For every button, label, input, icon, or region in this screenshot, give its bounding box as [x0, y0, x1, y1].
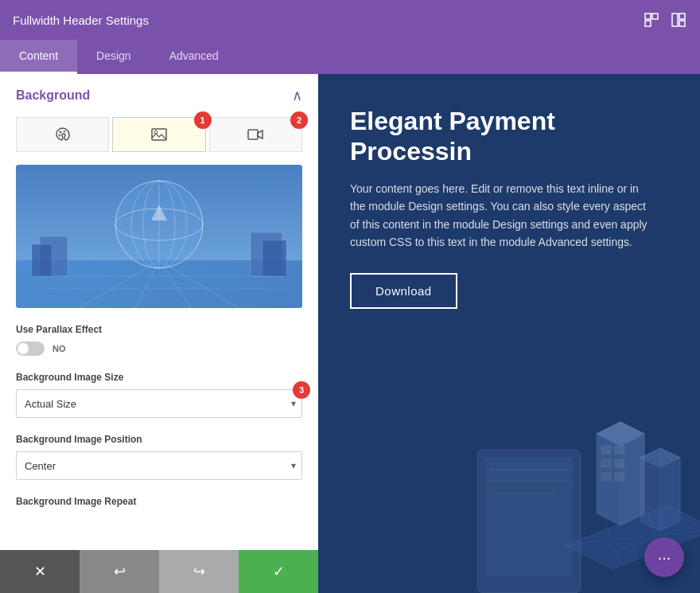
- fab-button[interactable]: ···: [644, 537, 684, 577]
- svg-rect-28: [262, 240, 286, 276]
- image-preview: [16, 165, 302, 308]
- bg-position-field: Background Image Position Center Top Lef…: [16, 434, 302, 480]
- svg-rect-9: [152, 129, 166, 140]
- svg-rect-2: [645, 21, 651, 26]
- svg-point-6: [59, 131, 61, 134]
- tab-content[interactable]: Content: [0, 40, 77, 74]
- bg-type-image-btn[interactable]: 1: [112, 117, 205, 152]
- right-panel: Elegant Payment Processin Your content g…: [318, 74, 700, 593]
- bg-size-select-wrapper: 3 Actual Size Cover Contain ▾: [16, 389, 302, 418]
- svg-rect-3: [672, 14, 678, 26]
- download-button[interactable]: Download: [350, 273, 457, 309]
- svg-rect-5: [679, 21, 685, 26]
- svg-rect-43: [615, 473, 624, 481]
- header-icons: [643, 11, 687, 29]
- bg-position-select-wrapper: Center Top Left Top Center Top Right Bot…: [16, 451, 302, 480]
- svg-rect-1: [652, 14, 658, 19]
- svg-rect-4: [679, 14, 685, 19]
- badge-2: 2: [290, 111, 308, 129]
- svg-point-8: [58, 135, 60, 137]
- svg-point-7: [63, 131, 65, 133]
- svg-rect-40: [601, 459, 611, 467]
- svg-rect-41: [615, 459, 624, 467]
- bg-position-select[interactable]: Center Top Left Top Center Top Right Bot…: [16, 451, 302, 480]
- right-content: Elegant Payment Processin Your content g…: [318, 74, 700, 333]
- background-section: Background ∧ 1: [0, 74, 318, 536]
- svg-rect-26: [32, 244, 52, 276]
- bg-repeat-field: Background Image Repeat: [16, 496, 302, 507]
- parallax-toggle[interactable]: [16, 341, 45, 356]
- svg-rect-39: [615, 446, 624, 454]
- parallax-label: Use Parallax Effect: [16, 324, 302, 335]
- main-area: Background ∧ 1: [0, 74, 700, 593]
- bg-repeat-label: Background Image Repeat: [16, 496, 302, 507]
- svg-rect-11: [248, 130, 258, 139]
- tabs: Content Design Advanced: [0, 40, 700, 74]
- bg-type-color-btn[interactable]: [16, 117, 109, 152]
- header: Fullwidth Header Settings: [0, 0, 700, 40]
- svg-rect-42: [601, 473, 611, 481]
- fab-icon: ···: [658, 548, 671, 567]
- parallax-value: NO: [52, 344, 66, 353]
- left-panel: Background ∧ 1: [0, 74, 318, 593]
- header-icon-layout[interactable]: [670, 11, 687, 29]
- bg-size-label: Background Image Size: [16, 372, 302, 383]
- section-header: Background ∧: [16, 87, 302, 104]
- tab-advanced[interactable]: Advanced: [150, 40, 238, 74]
- bg-type-buttons: 1 2: [16, 117, 302, 152]
- tab-design[interactable]: Design: [77, 40, 150, 74]
- parallax-field: Use Parallax Effect NO: [16, 324, 302, 356]
- bg-size-select[interactable]: Actual Size Cover Contain: [16, 389, 302, 418]
- svg-rect-38: [601, 446, 611, 454]
- badge-3: 3: [293, 381, 310, 399]
- save-button[interactable]: ✓: [239, 550, 318, 593]
- action-bar: ✕ ↩ ↪ ✓: [0, 550, 318, 593]
- badge-1: 1: [194, 111, 212, 129]
- bg-position-label: Background Image Position: [16, 434, 302, 445]
- redo-button[interactable]: ↪: [159, 550, 239, 593]
- close-button[interactable]: ✕: [0, 550, 80, 593]
- right-body: Your content goes here. Edit or remove t…: [350, 180, 652, 252]
- header-icon-resize[interactable]: [643, 11, 660, 29]
- svg-rect-0: [645, 14, 651, 19]
- svg-rect-31: [485, 458, 573, 577]
- right-title: Elegant Payment Processin: [350, 106, 676, 167]
- reset-button[interactable]: ↩: [80, 550, 159, 593]
- section-title: Background: [16, 88, 90, 103]
- bg-type-video-btn[interactable]: 2: [209, 117, 302, 152]
- section-collapse-icon[interactable]: ∧: [292, 87, 302, 104]
- bg-size-field: Background Image Size 3 Actual Size Cove…: [16, 372, 302, 418]
- header-title: Fullwidth Header Settings: [13, 14, 149, 27]
